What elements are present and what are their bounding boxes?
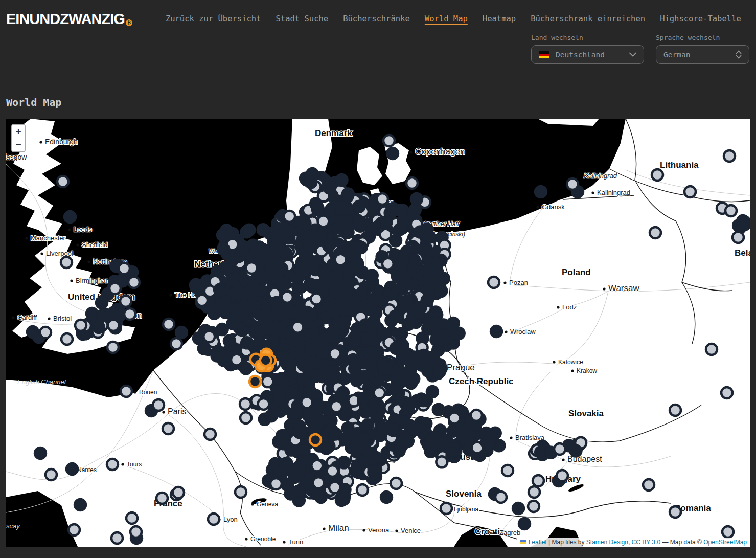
bookcase-marker[interactable] — [240, 398, 251, 410]
bookcase-marker[interactable] — [86, 308, 98, 319]
bookcase-marker[interactable] — [241, 226, 253, 237]
bookcase-marker[interactable] — [107, 459, 118, 470]
bookcase-marker[interactable] — [261, 325, 272, 337]
bookcase-marker[interactable] — [350, 444, 361, 455]
zoom-in-button[interactable]: + — [12, 125, 25, 138]
bookcase-marker[interactable] — [314, 357, 325, 368]
nav-link-zur-ck-zur-bersicht[interactable]: Zurück zur Übersicht — [166, 14, 261, 24]
bookcase-marker[interactable] — [313, 477, 324, 488]
bookcase-marker[interactable] — [724, 150, 735, 162]
bookcase-marker[interactable] — [111, 532, 123, 544]
bookcase-marker[interactable] — [124, 308, 135, 320]
bookcase-marker[interactable] — [258, 398, 269, 410]
bookcase-marker[interactable] — [436, 456, 447, 467]
bookcase-marker[interactable] — [382, 258, 394, 270]
bookcase-marker[interactable] — [411, 193, 422, 205]
bookcase-marker[interactable] — [395, 263, 406, 274]
bookcase-marker[interactable] — [385, 288, 396, 300]
bookcase-marker[interactable] — [495, 492, 507, 503]
bookcase-marker[interactable] — [305, 279, 316, 290]
cc-by-link[interactable]: CC BY 3.0 — [632, 539, 660, 546]
bookcase-marker[interactable] — [156, 493, 168, 504]
bookcase-marker[interactable] — [643, 479, 654, 490]
bookcase-marker[interactable] — [301, 397, 312, 408]
bookcase-marker[interactable] — [240, 363, 251, 374]
bookcase-marker[interactable] — [493, 440, 505, 451]
bookcase-marker[interactable] — [381, 492, 392, 503]
bookcase-marker[interactable] — [315, 401, 327, 413]
bookcase-marker[interactable] — [488, 277, 499, 288]
bookcase-marker[interactable] — [721, 387, 732, 398]
bookcase-marker[interactable] — [276, 373, 287, 385]
bookcase-marker[interactable] — [204, 429, 216, 440]
einundzwanzig-logo[interactable]: EINUNDZWANZIG ₿ — [6, 12, 132, 27]
bookcase-marker[interactable] — [706, 344, 717, 355]
bookcase-marker[interactable] — [203, 331, 215, 342]
bookcase-marker[interactable] — [338, 457, 350, 468]
bookcase-marker[interactable] — [237, 325, 248, 336]
bookcase-marker[interactable] — [395, 224, 406, 235]
bookcase-marker[interactable] — [670, 506, 681, 518]
bookcase-marker[interactable] — [395, 205, 406, 216]
bookcase-marker[interactable] — [408, 373, 419, 385]
bookcase-marker[interactable] — [284, 226, 295, 237]
bookcase-marker[interactable] — [196, 295, 208, 306]
bookcase-marker[interactable] — [240, 299, 251, 310]
bookcase-marker[interactable] — [217, 229, 228, 240]
bookcase-marker[interactable] — [364, 303, 375, 314]
bookcase-marker[interactable] — [209, 308, 220, 319]
bookcase-marker[interactable] — [61, 257, 72, 268]
bookcase-marker[interactable] — [277, 466, 288, 478]
bookcase-marker[interactable] — [260, 354, 271, 366]
bookcase-marker[interactable] — [271, 297, 282, 308]
bookcase-marker[interactable] — [218, 243, 229, 255]
bookcase-marker[interactable] — [362, 419, 373, 431]
bookcase-marker[interactable] — [519, 518, 530, 529]
bookcase-marker[interactable] — [253, 273, 264, 284]
country-select[interactable]: Deutschland — [531, 45, 644, 64]
bookcase-marker[interactable] — [513, 503, 524, 514]
bookcase-marker[interactable] — [327, 465, 338, 477]
bookcase-marker[interactable] — [305, 177, 316, 188]
nav-link-highscore-tabelle[interactable]: Highscore-Tabelle — [660, 14, 741, 24]
bookcase-marker[interactable] — [554, 443, 565, 455]
bookcase-marker[interactable] — [336, 495, 347, 506]
bookcase-marker[interactable] — [387, 148, 398, 159]
bookcase-marker[interactable] — [418, 395, 429, 406]
bookcase-marker[interactable] — [336, 174, 348, 186]
bookcase-marker[interactable] — [335, 254, 346, 265]
bookcase-marker[interactable] — [128, 277, 140, 288]
bookcase-marker[interactable] — [331, 401, 342, 412]
bookcase-marker[interactable] — [355, 217, 366, 229]
bookcase-marker[interactable] — [218, 354, 230, 366]
bookcase-marker[interactable] — [176, 327, 187, 338]
bookcase-marker[interactable] — [441, 503, 452, 514]
bookcase-marker[interactable] — [467, 429, 478, 440]
bookcase-marker[interactable] — [354, 201, 365, 212]
bookcase-marker[interactable] — [374, 387, 385, 398]
bookcase-marker[interactable] — [227, 254, 238, 265]
bookcase-marker[interactable] — [357, 484, 368, 496]
bookcase-marker[interactable] — [391, 478, 402, 489]
bookcase-marker[interactable] — [425, 446, 437, 457]
bookcase-marker[interactable] — [312, 416, 323, 427]
bookcase-marker[interactable] — [366, 270, 378, 281]
bookcase-marker[interactable] — [163, 319, 174, 330]
bookcase-marker[interactable] — [332, 319, 343, 330]
bookcase-marker[interactable] — [130, 526, 142, 538]
bookcase-marker[interactable] — [266, 410, 277, 421]
bookcase-marker[interactable] — [425, 435, 437, 446]
bookcase-marker[interactable] — [430, 319, 441, 330]
bookcase-marker[interactable] — [108, 320, 119, 331]
bookcase-marker[interactable] — [370, 401, 381, 413]
bookcase-marker[interactable] — [491, 326, 502, 337]
bookcase-marker[interactable] — [570, 445, 581, 457]
bookcase-marker[interactable] — [413, 307, 424, 319]
bookcase-marker[interactable] — [362, 391, 373, 402]
bookcase-marker[interactable] — [365, 348, 377, 359]
bookcase-marker[interactable] — [449, 412, 460, 423]
bookcase-marker[interactable] — [107, 342, 119, 353]
bookcase-marker[interactable] — [502, 465, 513, 476]
bookcase-marker[interactable] — [402, 435, 414, 447]
bookcase-marker[interactable] — [75, 320, 86, 331]
